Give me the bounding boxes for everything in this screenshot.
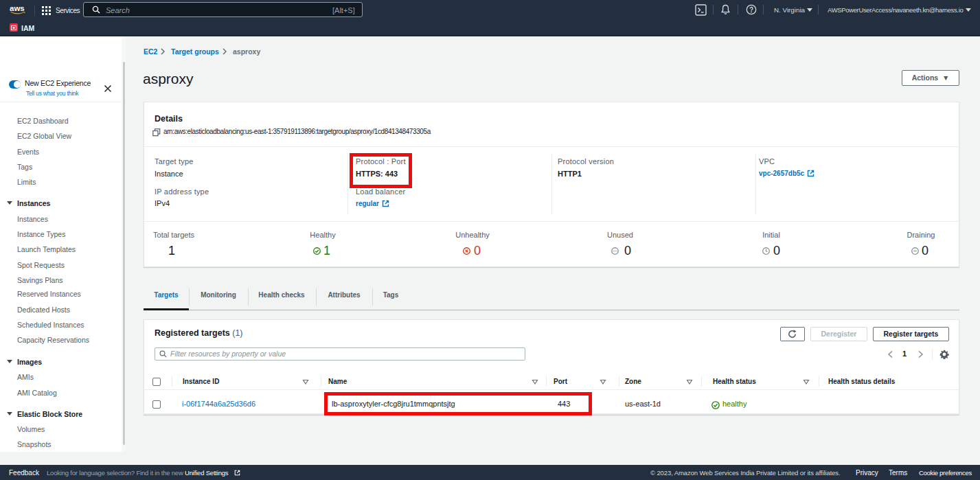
svg-text:aws: aws — [10, 4, 25, 12]
